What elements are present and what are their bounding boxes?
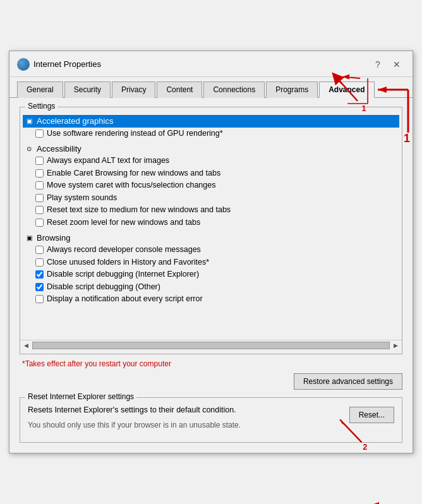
checkbox-disable-script-ie[interactable] [35,270,44,279]
label-close-folders: Close unused folders in History and Favo… [47,257,209,268]
checkbox-play-sounds[interactable] [35,194,44,202]
content-area: Settings ▣ Accelerated graphics Use soft… [9,98,413,453]
checkbox-software-rendering[interactable] [35,129,44,138]
reset-description: Resets Internet Explorer's settings to t… [28,404,342,416]
settings-group: Settings ▣ Accelerated graphics Use soft… [20,107,402,354]
checkbox-caret-browsing[interactable] [35,169,44,177]
help-button[interactable]: ? [370,56,386,73]
checkbox-close-folders[interactable] [35,258,44,267]
category-icon-accessibility: ⊙ [24,143,34,153]
setting-software-rendering: Use software rendering instead of GPU re… [23,128,399,140]
checkbox-system-caret[interactable] [35,181,44,189]
setting-close-folders: Close unused folders in History and Favo… [23,256,399,269]
title-left: Internet Properties [17,58,101,71]
label-system-caret: Move system caret with focus/selection c… [47,180,215,191]
label-play-sounds: Play system sounds [47,193,117,204]
reset-button[interactable]: Reset... [349,407,394,423]
svg-marker-14 [370,502,379,504]
setting-disable-script-ie: Disable script debugging (Internet Explo… [23,268,399,281]
tab-bar: General Security Privacy Content Connect… [9,77,413,98]
category-accessibility[interactable]: ⊙ Accessibility [23,142,399,155]
checkbox-alt-text[interactable] [35,157,44,165]
reset-warning: You should only use this if your browser… [28,419,342,431]
settings-group-label: Settings [25,102,57,111]
label-record-console: Always record developer console messages [47,244,201,256]
title-bar: Internet Properties ? ✕ [9,51,413,77]
label-caret-browsing: Enable Caret Browsing for new windows an… [47,168,220,179]
reset-text: Resets Internet Explorer's settings to t… [28,404,342,435]
setting-alt-text: Always expand ALT text for images [23,155,399,167]
tab-advanced[interactable]: Advanced [319,81,374,98]
checkbox-record-console[interactable] [35,246,44,254]
checkbox-reset-text-size[interactable] [35,206,44,214]
scroll-right-arrow[interactable]: ▶ [391,342,401,349]
setting-record-console: Always record developer console messages [23,244,399,256]
scroll-left-arrow[interactable]: ◀ [21,342,31,349]
label-software-rendering: Use software rendering instead of GPU re… [47,128,223,140]
tab-connections[interactable]: Connections [203,81,265,98]
category-label-accelerated: Accelerated graphics [37,116,113,126]
tab-security[interactable]: Security [64,81,111,98]
restore-btn-row: Restore advanced settings [20,373,402,390]
tab-general[interactable]: General [17,81,63,98]
setting-reset-text-size: Reset text size to medium for new window… [23,204,399,217]
setting-script-error: Display a notification about every scrip… [23,293,399,306]
checkbox-script-error[interactable] [35,295,44,303]
setting-system-caret: Move system caret with focus/selection c… [23,179,399,192]
label-reset-text-size: Reset text size to medium for new window… [47,205,231,216]
category-icon-browsing: ▣ [24,232,34,243]
tab-programs[interactable]: Programs [266,81,318,98]
app-icon [17,58,30,71]
tab-privacy[interactable]: Privacy [112,81,155,98]
horizontal-scrollbar[interactable]: ◀ ▶ [20,340,402,351]
category-browsing[interactable]: ▣ Browsing [23,231,399,244]
label-alt-text: Always expand ALT text for images [47,155,169,167]
settings-list[interactable]: ▣ Accelerated graphics Use software rend… [20,112,402,340]
restart-note: *Takes effect after you restart your com… [22,359,402,368]
label-reset-zoom: Reset zoom level for new windows and tab… [47,217,200,229]
label-disable-script-other: Disable script debugging (Other) [47,282,160,293]
checkbox-reset-zoom[interactable] [35,219,44,227]
label-script-error: Display a notification about every scrip… [47,294,203,305]
category-accelerated-graphics[interactable]: ▣ Accelerated graphics [23,115,399,128]
title-controls: ? ✕ [370,56,405,73]
tab-content[interactable]: Content [157,81,202,98]
category-icon-accelerated: ▣ [24,116,34,126]
reset-section: Reset Internet Explorer settings Resets … [20,397,402,443]
label-disable-script-ie: Disable script debugging (Internet Explo… [47,269,199,280]
scroll-thumb[interactable] [32,342,390,349]
checkbox-disable-script-other[interactable] [35,283,44,291]
category-label-accessibility: Accessibility [37,144,81,153]
category-label-browsing: Browsing [37,233,70,243]
restore-advanced-button[interactable]: Restore advanced settings [294,373,402,390]
close-button[interactable]: ✕ [389,56,405,73]
setting-disable-script-other: Disable script debugging (Other) [23,281,399,294]
reset-section-label: Reset Internet Explorer settings [25,392,136,401]
setting-caret-browsing: Enable Caret Browsing for new windows an… [23,167,399,180]
setting-play-sounds: Play system sounds [23,192,399,205]
setting-reset-zoom: Reset zoom level for new windows and tab… [23,217,399,229]
reset-inner: Resets Internet Explorer's settings to t… [28,404,394,435]
internet-properties-window: Internet Properties ? ✕ General Security… [9,51,413,454]
window-title: Internet Properties [33,59,101,69]
